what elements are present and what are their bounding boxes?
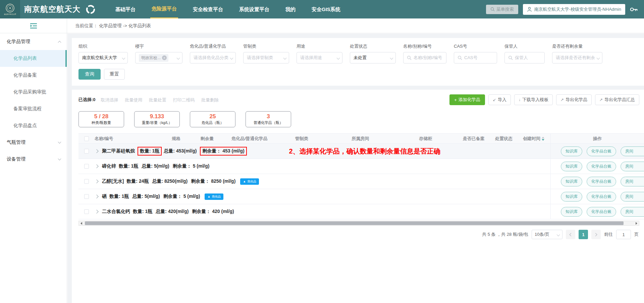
current-page-button[interactable]: 1: [579, 230, 588, 239]
table-row[interactable]: 硒 数量: 1瓶 总量: 5(ml/g) 剩余量： 5 (ml/g) ▲ 危化品: [78, 189, 644, 204]
knowledge-base-button[interactable]: 知识库: [561, 177, 582, 186]
room-button[interactable]: 房间: [621, 146, 644, 156]
row-actions: 知识库 化学品台账 房间: [550, 144, 644, 159]
sidebar-item[interactable]: 化学品备案: [0, 67, 67, 84]
page-size-select[interactable]: 10条/页: [532, 230, 562, 239]
filter-control[interactable]: × 请选择是否还有剩余: [552, 52, 602, 63]
expand-row-icon[interactable]: [95, 149, 98, 153]
room-button[interactable]: 房间: [621, 207, 644, 217]
row-actions: 知识库 化学品台账 房间: [550, 204, 644, 219]
room-button[interactable]: 房间: [621, 162, 644, 171]
row-checkbox[interactable]: [84, 179, 89, 184]
query-button[interactable]: 查询: [78, 69, 101, 80]
chemical-ledger-button[interactable]: 化学品台账: [587, 207, 616, 217]
search-icon: [490, 7, 495, 11]
table-row[interactable]: 二水合氯化钙 数量: 1瓶 总量: 420(ml/g) 剩余量： 420 (ml…: [78, 204, 644, 219]
stat-label: 重量/容量（kg/L）: [142, 120, 172, 125]
batch-action-link[interactable]: 取消选择: [101, 97, 120, 102]
key-icon[interactable]: [630, 6, 638, 12]
table-row[interactable]: 碲化锌 数量: 1瓶 总量: 5(ml/g) 剩余量： 5 (ml/g) ▲: [78, 159, 644, 174]
remove-tag-icon[interactable]: ×: [162, 55, 167, 60]
scroll-right-arrow[interactable]: [634, 221, 639, 225]
sidebar-group-chemicals[interactable]: 化学品管理: [0, 33, 67, 50]
filter-control[interactable]: 明故宫校... ×: [135, 52, 182, 63]
chemical-ledger-button[interactable]: 化学品台账: [587, 177, 616, 186]
goto-page-input[interactable]: [616, 230, 631, 239]
expand-row-icon[interactable]: [95, 210, 98, 213]
scrollbar-thumb[interactable]: [85, 221, 624, 225]
room-button[interactable]: 房间: [621, 192, 644, 202]
import-button[interactable]: ↙ 导入: [488, 94, 511, 105]
filter-control[interactable]: × 南京航空航天大学: [78, 52, 128, 63]
sidebar: 化学品管理 化学品列表 化学品备案 化学品采购审批 备案审批流程 化学品盘点: [0, 33, 67, 303]
reset-button[interactable]: 重置: [104, 69, 125, 80]
horizontal-scrollbar[interactable]: [78, 221, 639, 226]
filter-control[interactable]: × 请选择用途: [297, 52, 342, 63]
platform-tab[interactable]: 我的: [284, 0, 297, 18]
expand-row-icon[interactable]: [95, 179, 98, 183]
prev-page-button[interactable]: [566, 230, 575, 239]
room-button[interactable]: 房间: [621, 177, 644, 186]
sidebar-subitems: 化学品列表 化学品备案 化学品采购审批 备案审批流程 化学品盘点: [0, 50, 67, 134]
menu-search-placeholder: 菜单搜索: [496, 6, 514, 12]
row-checkbox[interactable]: [84, 149, 89, 154]
next-page-button[interactable]: [591, 230, 601, 239]
filter-control[interactable]: × 保管人: [504, 52, 545, 63]
menu-search-box[interactable]: 菜单搜索: [486, 5, 518, 14]
chemical-quantity: 数量: 1瓶: [109, 193, 129, 200]
row-checkbox[interactable]: [84, 194, 89, 199]
chemical-ledger-button[interactable]: 化学品台账: [587, 146, 616, 156]
platform-tab[interactable]: 基础平台: [114, 0, 137, 18]
sidebar-group-gas-cylinders[interactable]: 气瓶管理: [0, 134, 67, 151]
export-chemicals-button[interactable]: ↗ 导出化学品: [556, 94, 592, 105]
batch-action-link[interactable]: 批量使用: [125, 97, 144, 102]
filter-control[interactable]: × 请选择危化品分类: [190, 52, 236, 63]
platform-tab[interactable]: 危险源平台: [150, 0, 178, 18]
platform-tab[interactable]: 安全GIS系统: [310, 0, 342, 18]
row-checkbox[interactable]: [84, 164, 89, 169]
sidebar-item[interactable]: 化学品盘点: [0, 117, 67, 134]
chemical-name: 聚二甲基硅氧烷: [102, 148, 135, 154]
add-chemical-button[interactable]: + 添加化学品: [449, 94, 485, 105]
export-summary-button[interactable]: ↗ 导出化学品汇总: [595, 94, 639, 105]
chemical-total: 总量: 5(ml/g): [132, 193, 160, 200]
knowledge-base-button[interactable]: 知识库: [561, 207, 582, 217]
scroll-left-arrow[interactable]: [79, 221, 84, 225]
expand-row-icon[interactable]: [95, 164, 98, 168]
collapse-sidebar-icon[interactable]: [30, 23, 37, 29]
stat-label: 危化品（瓶）: [202, 120, 224, 125]
batch-action-link[interactable]: 批量删除: [201, 97, 219, 102]
sidebar-group-equipment[interactable]: 设备管理: [0, 151, 67, 168]
chemical-ledger-button[interactable]: 化学品台账: [587, 162, 616, 171]
expand-row-icon[interactable]: [95, 194, 98, 198]
knowledge-base-button[interactable]: 知识库: [561, 146, 582, 156]
user-account-button[interactable]: 南京航空航天大学-校级安全管理员-NHAdmin: [523, 4, 625, 15]
filter-control[interactable]: × 未处置: [350, 52, 396, 63]
search-icon: [458, 55, 462, 60]
filter-control[interactable]: × 名称/别称/编号: [403, 52, 446, 63]
select-all-checkbox[interactable]: [84, 136, 89, 141]
row-actions: 知识库 化学品台账 房间: [550, 174, 644, 189]
filter-control[interactable]: × 请选择管制类: [243, 52, 289, 63]
sidebar-item[interactable]: 备案审批流程: [0, 100, 67, 117]
sort-icon[interactable]: [542, 137, 544, 141]
col-cabinet-header: 存储柜: [394, 136, 457, 142]
table-row[interactable]: 乙醇[无水] 数量: 24瓶 总量: 8250(ml/g) 剩余量： 8250 …: [78, 174, 644, 189]
batch-action-link[interactable]: 批量处置: [149, 97, 168, 102]
batch-action-link[interactable]: 打印二维码: [173, 97, 196, 102]
table-row[interactable]: 聚二甲基硅氧烷 数量: 1瓶 总量: 453(ml/g) 剩余量： 453 (m…: [78, 144, 644, 159]
download-template-button[interactable]: ↓ 下载导入模板: [514, 94, 553, 105]
col-created-header[interactable]: 创建时间: [517, 136, 550, 142]
row-actions: 知识库 化学品台账 房间: [550, 189, 644, 204]
sidebar-item[interactable]: 化学品采购审批: [0, 84, 67, 100]
knowledge-base-button[interactable]: 知识库: [561, 192, 582, 202]
logo-caption: 南京航空航天大學: [4, 13, 16, 15]
platform-tab[interactable]: 系统设置平台: [238, 0, 271, 18]
filter-row: 组织 × 南京航空航天大学: [78, 43, 639, 63]
filter-control[interactable]: × CAS号: [454, 52, 497, 63]
knowledge-base-button[interactable]: 知识库: [561, 162, 582, 171]
row-checkbox[interactable]: [84, 209, 89, 214]
platform-tab[interactable]: 安全检查平台: [192, 0, 224, 18]
sidebar-item[interactable]: 化学品列表: [0, 50, 67, 67]
chemical-ledger-button[interactable]: 化学品台账: [587, 192, 616, 202]
